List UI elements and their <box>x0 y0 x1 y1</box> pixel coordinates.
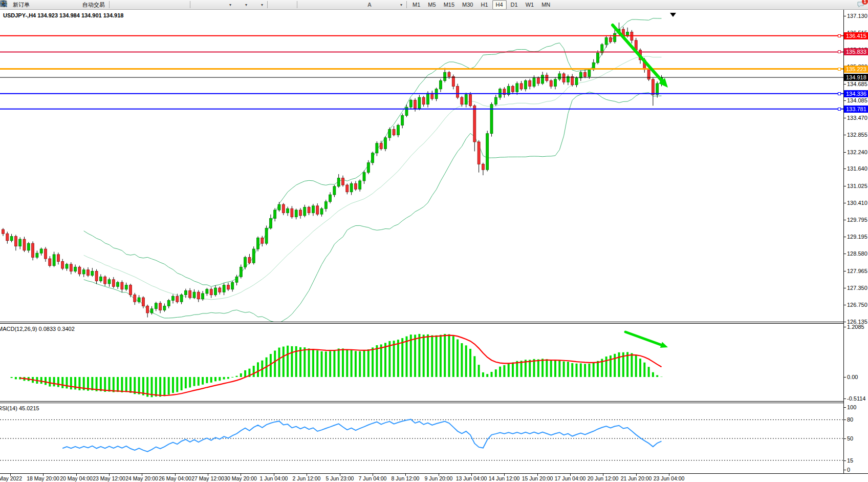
axis-tick-label: 80 <box>847 416 853 423</box>
time-label: May 2022 <box>0 475 22 481</box>
price-label-136.415[interactable]: 136.415 <box>844 32 868 39</box>
price-label-133.781[interactable]: 133.781 <box>844 106 868 113</box>
notifications-icon[interactable]: 1 <box>857 1 865 9</box>
label-tool-button[interactable]: T <box>376 0 388 10</box>
zoom-out-button[interactable] <box>163 0 175 10</box>
fibonacci-tool-button[interactable]: F <box>351 0 363 10</box>
cursor-tool-button[interactable] <box>270 0 282 10</box>
hline-anchor[interactable] <box>838 92 841 95</box>
templates-button[interactable]: ▾ <box>250 0 265 10</box>
panel-separator[interactable] <box>0 401 868 402</box>
indicators-add-icon <box>220 1 228 9</box>
text-tool-button[interactable]: A <box>363 0 376 10</box>
timeframe-m15[interactable]: M15 <box>440 0 458 10</box>
timeframe-h1[interactable]: H1 <box>477 0 491 10</box>
bar-chart-button[interactable] <box>112 0 124 10</box>
market-watch-button[interactable] <box>32 0 45 10</box>
timeframe-m5[interactable]: M5 <box>424 0 439 10</box>
candle <box>104 277 106 284</box>
axis-tick-label: 15 <box>847 457 853 464</box>
data-window-button[interactable] <box>45 0 57 10</box>
candle <box>482 164 484 170</box>
time-label: 1 Jun 04:00 <box>260 475 288 481</box>
time-label: 9 Jun 20:00 <box>425 475 453 481</box>
trendline-tool-button[interactable] <box>325 0 337 10</box>
time-axis[interactable]: May 202218 May 20:0020 May 04:0023 May 1… <box>0 474 868 482</box>
zoom-in-button[interactable] <box>150 0 162 10</box>
timeframe-d1[interactable]: D1 <box>507 0 522 10</box>
hline-anchor[interactable] <box>838 34 841 37</box>
search-icon[interactable] <box>845 1 854 9</box>
candle <box>312 206 314 213</box>
candle <box>257 238 259 249</box>
rsi-panel[interactable]: RSI(14) 45.0215 <box>0 403 843 473</box>
auto-scroll-button[interactable] <box>192 0 205 10</box>
hline-anchor[interactable] <box>838 108 841 111</box>
main-chart-panel[interactable] <box>0 10 843 322</box>
axis-tick-label: -0.5114 <box>847 395 866 402</box>
periods-button[interactable]: ▾ <box>234 0 249 10</box>
candle <box>32 243 34 257</box>
price-label-134.336[interactable]: 134.336 <box>844 90 868 97</box>
price-axis[interactable]: 137.130136.515135.915135.300134.685134.0… <box>844 10 868 473</box>
hline-tool-button[interactable] <box>312 0 324 10</box>
axis-tick <box>844 220 846 220</box>
hline-anchor[interactable] <box>838 68 841 71</box>
candles <box>2 23 663 318</box>
candle <box>346 185 349 192</box>
candle <box>439 81 442 89</box>
time-label: 8 Jun 12:00 <box>392 475 420 481</box>
rsi-chart[interactable] <box>0 403 843 473</box>
indicators-button[interactable]: ▾ <box>218 0 233 10</box>
candle <box>444 72 446 80</box>
candle <box>184 290 187 295</box>
candlestick-chart-button[interactable] <box>124 0 137 10</box>
macd-histogram <box>12 334 662 397</box>
candle <box>614 33 616 41</box>
timeframe-h4[interactable]: H4 <box>492 0 507 10</box>
crosshair-tool-button[interactable] <box>283 0 295 10</box>
trend-arrow-main[interactable] <box>613 25 668 88</box>
price-label-135.223[interactable]: 135.223 <box>844 66 868 73</box>
autotrading-button[interactable]: 自动交易 <box>71 0 107 10</box>
candle <box>367 163 370 173</box>
timeframe-m30[interactable]: M30 <box>459 0 476 10</box>
new-order-label: 新订单 <box>13 1 30 9</box>
price-label-135.833[interactable]: 135.833 <box>844 48 868 55</box>
candle <box>61 261 64 268</box>
time-label: 20 Jun 12:00 <box>588 475 619 481</box>
macd-chart[interactable] <box>0 324 843 401</box>
price-label-134.918[interactable]: 134.918 <box>844 74 868 81</box>
time-label: 7 Jun 04:00 <box>359 475 387 481</box>
candle <box>647 70 650 79</box>
timeframe-w1[interactable]: W1 <box>522 0 538 10</box>
candle <box>329 195 332 202</box>
arrows-tool-button[interactable]: ▾ <box>389 0 404 10</box>
chart-shift-marker-icon[interactable] <box>670 13 676 17</box>
notification-badge: 1 <box>862 0 868 5</box>
line-chart-button[interactable] <box>137 0 149 10</box>
timeframe-mn[interactable]: MN <box>538 0 554 10</box>
hline-anchor[interactable] <box>838 50 841 53</box>
time-label: 21 Jun 20:00 <box>621 475 652 481</box>
chart-shift-button[interactable] <box>205 0 218 10</box>
timeframe-m1[interactable]: M1 <box>409 0 424 10</box>
channel-tool-button[interactable]: E <box>338 0 350 10</box>
axis-tick <box>844 407 846 408</box>
trend-arrow-macd[interactable] <box>625 332 668 348</box>
macd-panel[interactable]: MACD(12,26,9) 0.0833 0.3402 <box>0 324 843 401</box>
axis-tick <box>844 438 846 439</box>
candle <box>142 298 144 306</box>
time-label: 20 May 04:00 <box>60 475 93 481</box>
dropdown-arrow-icon: ▾ <box>229 3 231 7</box>
candle <box>172 296 175 300</box>
vline-tool-button[interactable] <box>299 0 312 10</box>
tile-windows-button[interactable] <box>176 0 188 10</box>
candle <box>524 81 527 89</box>
dropdown-arrow-icon: ▾ <box>400 3 402 7</box>
candlestick-chart[interactable] <box>0 10 843 322</box>
bollinger-bands[interactable] <box>84 18 662 322</box>
panel-separator[interactable] <box>0 322 868 322</box>
axis-tick-label: 129.195 <box>847 234 867 240</box>
navigator-button[interactable] <box>58 0 70 10</box>
